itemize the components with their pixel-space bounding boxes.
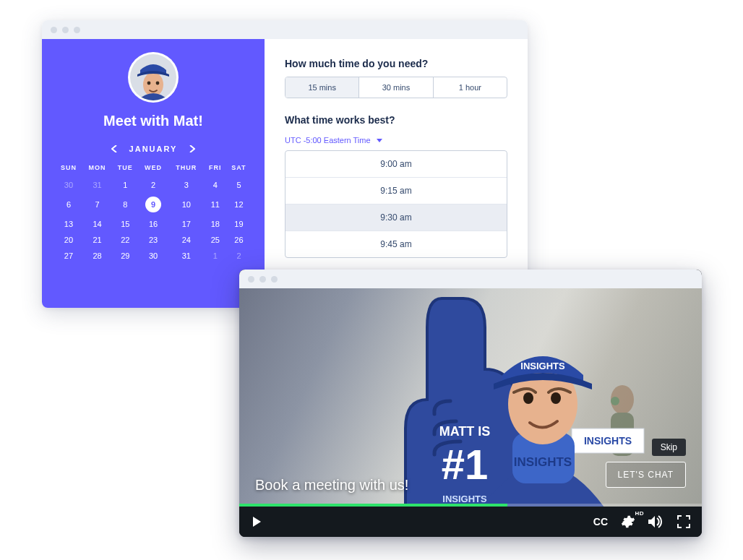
time-slot[interactable]: 9:15 am (285, 178, 507, 204)
svg-text:INSIGHTS: INSIGHTS (584, 435, 632, 447)
calendar-day[interactable]: 22 (112, 232, 138, 248)
calendar-dow: MON (82, 164, 112, 177)
calendar-day[interactable]: 8 (112, 193, 138, 216)
fullscreen-button[interactable] (677, 515, 690, 528)
prev-month-button[interactable] (109, 144, 119, 154)
svg-point-4 (147, 82, 151, 85)
calendar-day[interactable]: 14 (82, 216, 112, 232)
svg-text:#1: #1 (442, 441, 489, 488)
svg-point-5 (156, 82, 160, 85)
calendar-day[interactable]: 7 (82, 193, 112, 216)
svg-point-17 (551, 392, 561, 404)
calendar-day[interactable]: 31 (168, 248, 205, 264)
calendar-day[interactable]: 20 (55, 232, 82, 248)
svg-point-16 (523, 392, 533, 404)
booking-form: How much time do you need? 15 mins30 min… (265, 39, 528, 308)
calendar-day[interactable]: 21 (82, 232, 112, 248)
settings-button[interactable]: HD (621, 514, 635, 529)
time-question: What time works best? (285, 114, 507, 126)
window-dot-icon (248, 276, 254, 283)
video-frame[interactable]: INSIGHTS MATT IS #1 INSIGHTS (239, 288, 702, 507)
timezone-selector[interactable]: UTC -5:00 Eastern Time (285, 136, 382, 145)
skip-button[interactable]: Skip (652, 439, 686, 456)
calendar-dow: THUR (168, 164, 205, 177)
calendar-day[interactable]: 23 (138, 232, 168, 248)
calendar-dow: SAT (226, 164, 252, 177)
svg-text:INSIGHTS: INSIGHTS (520, 361, 565, 371)
avatar (128, 52, 179, 103)
time-slot[interactable]: 9:30 am (285, 204, 507, 231)
time-slot[interactable]: 9:45 am (285, 231, 507, 257)
timezone-label: UTC -5:00 Eastern Time (285, 136, 371, 145)
video-caption: Book a meeting with us! (255, 477, 408, 494)
month-label: JANUARY (129, 145, 178, 153)
calendar-day[interactable]: 30 (138, 248, 168, 264)
volume-icon (648, 515, 664, 528)
time-slot[interactable]: 9:00 am (285, 151, 507, 178)
calendar-day[interactable]: 9 (138, 193, 168, 216)
calendar-day[interactable]: 17 (168, 216, 205, 232)
svg-text:INSIGHTS: INSIGHTS (514, 455, 572, 469)
play-button[interactable] (251, 516, 262, 527)
page-title: Meet with Mat! (103, 113, 203, 129)
caret-down-icon (377, 139, 382, 142)
gear-icon (621, 514, 635, 529)
lets-chat-button[interactable]: LET'S CHAT (606, 462, 686, 488)
svg-text:MATT IS: MATT IS (439, 424, 491, 439)
video-window: INSIGHTS MATT IS #1 INSIGHTS (239, 270, 702, 537)
calendar-day[interactable]: 3 (168, 177, 205, 193)
duration-option[interactable]: 1 hour (434, 77, 507, 98)
calendar-day[interactable]: 27 (55, 248, 82, 264)
month-navigator: JANUARY (109, 144, 198, 154)
window-dot-icon (259, 276, 266, 283)
time-slot-list: 9:00 am9:15 am9:30 am9:45 am (285, 150, 507, 258)
calendar-day[interactable]: 12 (226, 193, 252, 216)
calendar-day[interactable]: 15 (112, 216, 138, 232)
calendar-dow: TUE (112, 164, 138, 177)
calendar-dow: WED (138, 164, 168, 177)
window-dot-icon (74, 27, 80, 33)
calendar-day[interactable]: 18 (205, 216, 226, 232)
window-dot-icon (62, 27, 69, 33)
duration-tabs: 15 mins30 mins1 hour (285, 77, 507, 98)
progress-bar[interactable] (239, 504, 702, 507)
calendar-day[interactable]: 13 (55, 216, 82, 232)
calendar-day[interactable]: 24 (168, 232, 205, 248)
calendar-day[interactable]: 6 (55, 193, 82, 216)
calendar: SUNMONTUEWEDTHURFRISAT 30311234567891011… (55, 164, 252, 264)
calendar-day[interactable]: 2 (138, 177, 168, 193)
calendar-day[interactable]: 19 (226, 216, 252, 232)
calendar-dow: FRI (205, 164, 226, 177)
calendar-dow: SUN (55, 164, 82, 177)
calendar-day[interactable]: 1 (112, 177, 138, 193)
calendar-day[interactable]: 30 (55, 177, 82, 193)
calendar-day[interactable]: 28 (82, 248, 112, 264)
volume-button[interactable] (648, 515, 664, 528)
video-controls: CC HD (239, 507, 702, 537)
hd-badge: HD (635, 510, 644, 517)
calendar-day[interactable]: 16 (138, 216, 168, 232)
calendar-day[interactable]: 29 (112, 248, 138, 264)
window-titlebar (239, 270, 702, 288)
window-dot-icon (51, 27, 57, 33)
calendar-panel: Meet with Mat! JANUARY SUNMONTUEWEDTHURF… (42, 39, 265, 308)
duration-option[interactable]: 30 mins (359, 77, 433, 98)
calendar-day[interactable]: 25 (205, 232, 226, 248)
svg-point-2 (143, 72, 163, 97)
calendar-day[interactable]: 1 (205, 248, 226, 264)
svg-text:INSIGHTS: INSIGHTS (442, 494, 487, 504)
duration-question: How much time do you need? (285, 58, 507, 69)
svg-point-8 (611, 397, 619, 405)
calendar-day[interactable]: 11 (205, 193, 226, 216)
calendar-day[interactable]: 31 (82, 177, 112, 193)
calendar-day[interactable]: 2 (226, 248, 252, 264)
calendar-day[interactable]: 4 (205, 177, 226, 193)
calendar-day[interactable]: 26 (226, 232, 252, 248)
window-titlebar (42, 20, 528, 39)
next-month-button[interactable] (187, 144, 197, 154)
calendar-day[interactable]: 10 (168, 193, 205, 216)
calendar-day[interactable]: 5 (226, 177, 252, 193)
closed-captions-button[interactable]: CC (593, 516, 608, 527)
duration-option[interactable]: 15 mins (285, 77, 359, 98)
window-dot-icon (271, 276, 278, 283)
